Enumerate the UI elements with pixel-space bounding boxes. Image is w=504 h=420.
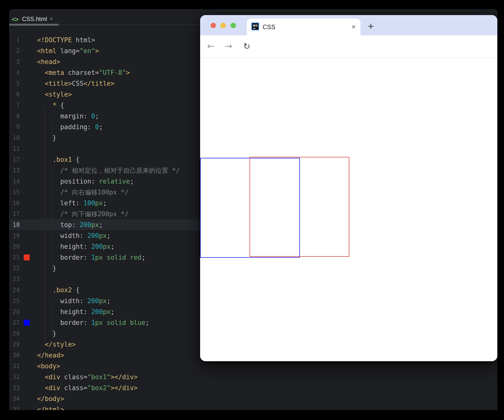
color-swatch[interactable] xyxy=(24,320,30,326)
code-token: ; xyxy=(142,254,146,261)
line-number: 8 xyxy=(9,111,20,122)
code-token: charset xyxy=(68,69,95,76)
code-token: </title> xyxy=(84,80,114,87)
code-token: </body> xyxy=(37,395,64,402)
line-number: 10 xyxy=(9,132,20,143)
code-token: = xyxy=(84,373,87,381)
line-number: 34 xyxy=(9,393,20,404)
code-token xyxy=(37,286,53,294)
code-text: margin: 0; xyxy=(37,111,99,122)
code-token: </head> xyxy=(37,352,64,359)
code-token xyxy=(37,102,53,109)
code-token: = xyxy=(76,47,80,55)
code-text: height: 200px; xyxy=(37,306,114,317)
browser-tab-css[interactable]: WS CSS × xyxy=(247,19,360,35)
ide-tab-css-html[interactable]: <> CSS.html × xyxy=(9,9,59,24)
code-token: "box1" xyxy=(87,373,111,381)
webstorm-favicon: WS xyxy=(251,22,259,30)
line-number: 28 xyxy=(9,328,20,339)
code-line[interactable]: 34</body> xyxy=(9,393,497,404)
code-token: top: xyxy=(37,221,80,229)
line-number: 1 xyxy=(9,35,20,45)
code-text: <html lang="en"> xyxy=(37,45,99,56)
new-tab-button[interactable]: + xyxy=(365,19,377,35)
ide-tab-title: CSS.html xyxy=(22,16,47,22)
code-token: width: xyxy=(37,297,87,305)
code-line[interactable]: 35</html> xyxy=(9,404,497,410)
code-line[interactable]: 31<body> xyxy=(9,361,497,372)
code-text: <!DOCTYPE html> xyxy=(37,35,95,45)
color-swatch[interactable] xyxy=(24,254,30,260)
code-text: border: 1px solid blue; xyxy=(37,317,149,328)
code-token: px xyxy=(91,221,99,229)
code-text: <meta charset="UTF-8"> xyxy=(37,67,130,78)
code-token: = xyxy=(95,69,99,76)
browser-toolbar: ← → ↻ i localhost:63342/study/CSS.html?_… xyxy=(200,35,497,58)
close-window-button[interactable] xyxy=(210,23,216,28)
code-line[interactable]: 33 <div class="box2"></div> xyxy=(9,382,497,393)
code-text: .box2 { xyxy=(37,285,80,295)
code-text: } xyxy=(37,328,56,339)
code-token: ; xyxy=(110,243,114,250)
code-token: <body> xyxy=(37,362,60,370)
code-text: position: relative; xyxy=(37,176,134,187)
code-token: margin: xyxy=(37,112,91,120)
line-number: 21 xyxy=(9,252,20,263)
line-number: 13 xyxy=(9,165,20,176)
code-token: "UTF-8" xyxy=(99,69,126,76)
code-token: left: xyxy=(37,199,84,207)
code-token: <div xyxy=(45,373,64,381)
code-line[interactable]: 32 <div class="box1"></div> xyxy=(9,372,497,382)
code-token: { xyxy=(72,156,80,163)
code-token: px solid red xyxy=(95,254,142,261)
code-token: px xyxy=(103,308,110,315)
code-token: ></div> xyxy=(110,373,138,381)
code-text: /* 向右偏移100px */ xyxy=(37,187,128,198)
code-token: CSS xyxy=(72,80,84,87)
code-text: left: 100px; xyxy=(37,198,107,209)
line-number: 15 xyxy=(9,187,20,198)
code-token: px xyxy=(103,243,110,250)
ide-tab-close-icon[interactable]: × xyxy=(50,15,53,22)
line-number: 12 xyxy=(9,154,20,165)
code-token: px solid blue xyxy=(95,319,146,326)
code-token: } xyxy=(37,330,56,337)
code-token: 1 xyxy=(91,319,95,326)
code-token: ></div> xyxy=(110,384,138,392)
code-text: </html> xyxy=(37,404,64,410)
line-number: 14 xyxy=(9,176,20,187)
line-number: 26 xyxy=(9,306,20,317)
code-token: 100 xyxy=(84,199,95,207)
reload-button[interactable]: ↻ xyxy=(241,35,252,58)
code-token: 200 xyxy=(91,308,103,315)
line-number: 5 xyxy=(9,78,20,89)
desktop-background: <> CSS.html × 1<!DOCTYPE html>2<html lan… xyxy=(0,0,504,420)
code-token: { xyxy=(56,102,64,109)
code-text: <style> xyxy=(37,89,72,100)
code-text: <head> xyxy=(37,56,60,67)
forward-button[interactable]: → xyxy=(223,35,234,58)
code-token: html> xyxy=(76,36,95,44)
line-number: 31 xyxy=(9,361,20,372)
code-token: 200 xyxy=(87,232,99,239)
minimize-window-button[interactable] xyxy=(220,23,226,28)
code-token: { xyxy=(72,286,80,294)
code-token: .box2 xyxy=(53,286,72,294)
code-token xyxy=(37,156,53,163)
line-number: 9 xyxy=(9,122,20,132)
line-number: 7 xyxy=(9,100,20,111)
maximize-window-button[interactable] xyxy=(231,23,236,28)
code-token: 200 xyxy=(87,297,99,305)
code-token xyxy=(37,91,45,98)
code-token: ; xyxy=(107,232,111,239)
code-text: <title>CSS</title> xyxy=(37,78,114,89)
code-token: 0 xyxy=(91,112,95,120)
code-text: width: 200px; xyxy=(37,295,110,306)
code-token: border: xyxy=(37,319,91,326)
tab-close-icon[interactable]: × xyxy=(352,19,356,35)
code-token: px xyxy=(99,232,106,239)
code-text: <div class="box1"></div> xyxy=(37,372,138,382)
back-button[interactable]: ← xyxy=(205,35,216,58)
browser-tab-strip: WS CSS × + xyxy=(200,15,497,35)
code-text: top: 200px; xyxy=(37,219,103,230)
